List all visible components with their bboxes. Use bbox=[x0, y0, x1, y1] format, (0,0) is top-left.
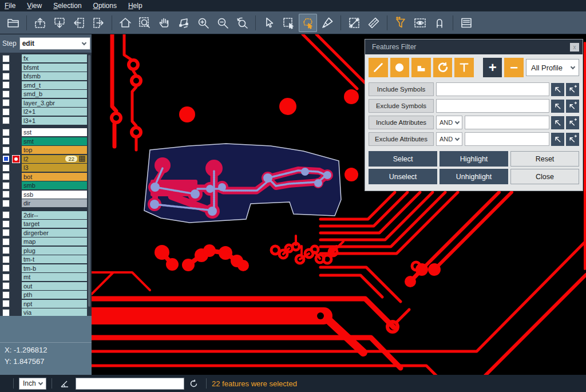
pick-arrow-plus-icon[interactable] bbox=[566, 83, 579, 96]
layer-name[interactable]: npt bbox=[22, 300, 87, 308]
include-attributes-input[interactable] bbox=[465, 116, 549, 129]
layer-checkbox[interactable] bbox=[2, 117, 10, 124]
menu-help[interactable]: Help bbox=[128, 2, 142, 10]
layer-name[interactable]: pth bbox=[22, 291, 87, 299]
layer-indicator-slot[interactable] bbox=[12, 64, 20, 72]
layer-name[interactable]: smd_t bbox=[22, 81, 87, 89]
layer-row-smb[interactable]: smb bbox=[0, 181, 92, 189]
menu-options[interactable]: Options bbox=[93, 2, 117, 10]
layer-indicator-slot[interactable] bbox=[12, 300, 20, 308]
layer-row-l3[interactable]: l3 bbox=[0, 164, 92, 172]
layer-checkbox[interactable] bbox=[2, 81, 10, 89]
layer-checkbox[interactable] bbox=[2, 173, 10, 180]
layer-row-l2+1[interactable]: l2+1 bbox=[0, 108, 92, 116]
polygon-select-icon[interactable] bbox=[299, 14, 317, 32]
layer-checkbox[interactable] bbox=[2, 90, 10, 98]
dialog-title-bar[interactable]: Features Filter x bbox=[365, 39, 583, 54]
zoom-polygon-icon[interactable] bbox=[175, 14, 193, 32]
layer-indicator-slot[interactable] bbox=[12, 191, 20, 199]
refresh-icon[interactable] bbox=[189, 379, 199, 389]
layer-row-plug[interactable]: plug bbox=[0, 247, 92, 255]
layer-row-dirgerber[interactable]: dirgerber bbox=[0, 229, 92, 237]
snap-magnet-icon[interactable] bbox=[430, 14, 449, 32]
layer-name[interactable]: bfsmb bbox=[22, 72, 87, 80]
include-symbols-input[interactable] bbox=[436, 82, 549, 96]
report-icon[interactable] bbox=[457, 14, 476, 32]
brush-icon[interactable] bbox=[318, 14, 336, 32]
zoom-previous-icon[interactable] bbox=[233, 14, 251, 32]
include-symbols-button[interactable]: Include Symbols bbox=[369, 82, 434, 96]
layer-indicator-slot[interactable] bbox=[12, 229, 20, 237]
layer-row-map[interactable]: map bbox=[0, 237, 92, 246]
layer-name[interactable]: target bbox=[22, 220, 87, 228]
home-icon[interactable] bbox=[116, 14, 134, 32]
layer-name[interactable]: mt bbox=[22, 273, 87, 281]
layer-checkbox[interactable] bbox=[2, 200, 10, 207]
layer-checkbox[interactable] bbox=[2, 108, 10, 116]
layer-name[interactable]: l3+1 bbox=[22, 117, 87, 125]
layer-row-tm-b[interactable]: tm-b bbox=[0, 264, 92, 272]
layer-checkbox-checked[interactable] bbox=[2, 155, 10, 163]
select-button[interactable]: Select bbox=[369, 151, 437, 167]
layer-row-bot[interactable]: bot bbox=[0, 173, 92, 181]
layer-row-bfsmt[interactable]: bfsmt bbox=[0, 64, 92, 72]
add-filter-button[interactable]: + bbox=[483, 58, 502, 77]
layer-name[interactable]: top bbox=[22, 146, 87, 154]
layer-row-dir[interactable]: dir bbox=[0, 199, 92, 207]
layer-row-bfsmb[interactable]: bfsmb bbox=[0, 72, 92, 80]
zoom-out-icon[interactable] bbox=[213, 14, 232, 32]
layer-row-l3+1[interactable]: l3+1 bbox=[0, 117, 92, 125]
filter-funnel-icon[interactable] bbox=[391, 14, 410, 32]
layer-row-via[interactable]: via bbox=[0, 308, 92, 316]
pad-icon[interactable] bbox=[390, 58, 410, 77]
units-select[interactable]: Inch bbox=[19, 378, 46, 390]
layer-checkbox[interactable] bbox=[2, 264, 10, 272]
work-layer-indicator[interactable] bbox=[12, 155, 20, 163]
layer-indicator-slot[interactable] bbox=[12, 90, 20, 98]
layer-name[interactable]: l3 bbox=[22, 164, 87, 172]
layer-row-smd_b[interactable]: smd_b bbox=[0, 90, 92, 98]
layer-checkbox[interactable] bbox=[2, 191, 10, 198]
layer-name[interactable]: smd_b bbox=[22, 90, 87, 98]
layer-checkbox[interactable] bbox=[2, 256, 10, 263]
layer-name[interactable]: dirgerber bbox=[22, 229, 87, 237]
layer-indicator-slot[interactable] bbox=[12, 211, 20, 219]
view-right-icon[interactable] bbox=[89, 14, 108, 32]
layer-checkbox[interactable] bbox=[2, 211, 10, 219]
reset-button[interactable]: Reset bbox=[510, 151, 579, 167]
step-select[interactable]: edit bbox=[19, 37, 90, 50]
layer-name[interactable]: map bbox=[22, 237, 87, 246]
layer-checkbox[interactable] bbox=[2, 238, 10, 246]
exclude-attributes-button[interactable]: Exclude Attributes bbox=[369, 132, 434, 146]
layer-checkbox[interactable] bbox=[2, 229, 10, 236]
layer-checkbox[interactable] bbox=[2, 182, 10, 189]
layer-indicator-slot[interactable] bbox=[12, 199, 20, 207]
include-attributes-button[interactable]: Include Attributes bbox=[369, 116, 434, 129]
layer-indicator-slot[interactable] bbox=[12, 108, 20, 116]
layer-checkbox[interactable] bbox=[2, 129, 10, 136]
layer-name[interactable]: tm-b bbox=[22, 264, 87, 272]
layer-row-sst[interactable]: sst bbox=[0, 128, 92, 136]
layer-indicator-slot[interactable] bbox=[12, 264, 20, 272]
layer-row-l2[interactable]: l222 bbox=[0, 155, 92, 163]
pick-arrow-icon[interactable] bbox=[551, 116, 564, 129]
layer-indicator-slot[interactable] bbox=[12, 54, 20, 62]
layer-indicator-slot[interactable] bbox=[12, 146, 20, 154]
layer-row-top[interactable]: top bbox=[0, 146, 92, 154]
layer-indicator-slot[interactable] bbox=[12, 255, 20, 263]
text-icon[interactable] bbox=[454, 58, 474, 77]
measure-line-icon[interactable] bbox=[345, 14, 363, 32]
layer-indicator-slot[interactable] bbox=[12, 291, 20, 299]
layer-row-target[interactable]: target bbox=[0, 220, 92, 228]
corner-angle-icon[interactable] bbox=[60, 378, 70, 389]
close-icon[interactable]: x bbox=[570, 43, 579, 52]
exclude-symbols-input[interactable] bbox=[436, 99, 549, 113]
layer-name[interactable]: bot bbox=[22, 173, 87, 181]
layer-name[interactable]: ssb bbox=[22, 191, 87, 199]
layer-name[interactable]: smt bbox=[22, 137, 87, 145]
layer-name[interactable]: sst bbox=[22, 128, 87, 136]
ruler-icon[interactable] bbox=[365, 14, 383, 32]
view-left-icon[interactable] bbox=[70, 14, 88, 32]
zoom-area-icon[interactable] bbox=[136, 14, 154, 32]
view-down-icon[interactable] bbox=[50, 14, 69, 32]
